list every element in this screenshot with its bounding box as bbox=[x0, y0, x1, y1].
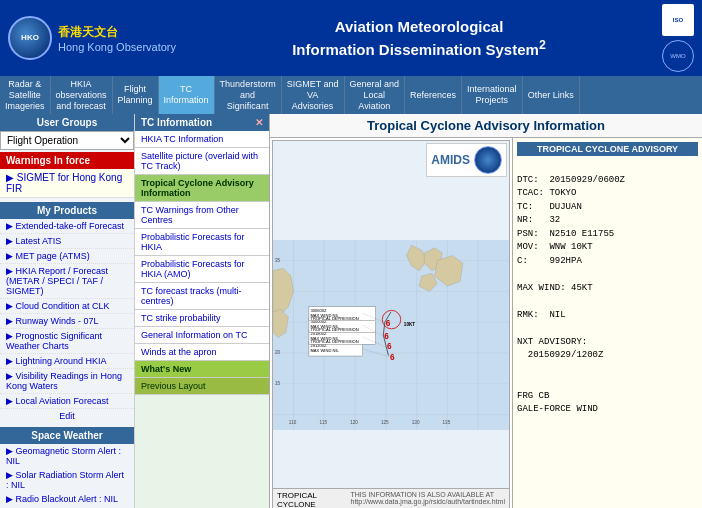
svg-text:300600Z: 300600Z bbox=[310, 308, 327, 313]
header-right: ISO WMO bbox=[662, 4, 694, 72]
header-logo: HKO 香港天文台 Hong Kong Observatory bbox=[8, 16, 176, 60]
sigmet-warning-link[interactable]: ▶ SIGMET for Hong Kong FIR bbox=[6, 172, 122, 194]
tc-strike-item[interactable]: TC strike probability bbox=[135, 310, 269, 327]
svg-text:6: 6 bbox=[386, 320, 391, 329]
svg-text:TROPICAL DEPRESSION: TROPICAL DEPRESSION bbox=[310, 316, 358, 321]
svg-text:35: 35 bbox=[275, 258, 281, 263]
svg-text:125: 125 bbox=[381, 420, 389, 425]
space-weather-header: Space Weather bbox=[0, 427, 134, 444]
nav-radar[interactable]: Radar &SatelliteImageries bbox=[0, 76, 51, 114]
svg-text:110: 110 bbox=[289, 420, 297, 425]
product-atis[interactable]: ▶ Latest ATIS bbox=[0, 234, 134, 249]
product-prognostic[interactable]: ▶ Prognostic Significant Weather Charts bbox=[0, 329, 134, 354]
space-weather-section: Space Weather ▶ Geomagnetic Storm Alert … bbox=[0, 427, 134, 506]
tc-winds-item[interactable]: Winds at the apron bbox=[135, 344, 269, 361]
hko-logo: HKO bbox=[8, 16, 52, 60]
svg-text:120: 120 bbox=[350, 420, 358, 425]
wmo-badge: WMO bbox=[662, 40, 694, 72]
user-groups-header: User Groups bbox=[0, 114, 134, 131]
nav-references[interactable]: References bbox=[405, 76, 462, 114]
my-products-section: My Products ▶ Extended-take-off Forecast… bbox=[0, 202, 134, 423]
nav-flight[interactable]: FlightPlanning bbox=[113, 76, 159, 114]
advisory-box-title: TROPICAL CYCLONE ADVISORY bbox=[517, 142, 698, 156]
nav-general[interactable]: General andLocalAviation bbox=[345, 76, 406, 114]
svg-text:10KT: 10KT bbox=[404, 323, 415, 328]
svg-text:130: 130 bbox=[412, 420, 420, 425]
hko-cn-name: 香港天文台 bbox=[58, 24, 176, 41]
tc-panel-header: TC Information ✕ bbox=[135, 114, 269, 131]
map-footer: TROPICAL CYCLONE ADVISORY CENTER TOKYO T… bbox=[273, 488, 509, 508]
product-cloud[interactable]: ▶ Cloud Condition at CLK bbox=[0, 299, 134, 314]
typhoon-map: 110 115 120 125 130 135 35 30 25 20 15 bbox=[273, 141, 509, 508]
nav-international[interactable]: InternationalProjects bbox=[462, 76, 523, 114]
amids-area: AMIDS bbox=[426, 143, 507, 177]
tc-prob-hkia-item[interactable]: Probabilistic Forecasts for HKIA bbox=[135, 229, 269, 256]
svg-text:6: 6 bbox=[390, 353, 395, 362]
nav-thunderstorm[interactable]: ThunderstormandSignificant bbox=[215, 76, 282, 114]
my-products-header: My Products bbox=[0, 202, 134, 219]
geomagnetic-item[interactable]: ▶ Geomagnetic Storm Alert : NIL bbox=[0, 444, 134, 468]
product-lightning[interactable]: ▶ Lightning Around HKIA bbox=[0, 354, 134, 369]
main-body: AMIDS bbox=[270, 138, 702, 508]
advisory-box: TROPICAL CYCLONE ADVISORY DTC: 20150929/… bbox=[512, 138, 702, 508]
svg-text:TROPICAL DEPRESSION: TROPICAL DEPRESSION bbox=[310, 339, 358, 344]
header-text: 香港天文台 Hong Kong Observatory bbox=[58, 24, 176, 53]
product-local[interactable]: ▶ Local Aviation Forecast bbox=[0, 394, 134, 409]
main-title-line1: Aviation Meteorological Information Diss… bbox=[186, 17, 652, 59]
sidebar: User Groups Flight Operation Warnings In… bbox=[0, 114, 135, 508]
map-footer-left: TROPICAL CYCLONE ADVISORY CENTER TOKYO bbox=[277, 491, 351, 508]
svg-rect-0 bbox=[273, 240, 509, 430]
nav-tc[interactable]: TCInformation bbox=[159, 76, 215, 114]
nav-hkia[interactable]: HKIAobservationsand forecast bbox=[51, 76, 113, 114]
radio-blackout-item[interactable]: ▶ Radio Blackout Alert : NIL bbox=[0, 492, 134, 506]
svg-text:15: 15 bbox=[275, 381, 281, 386]
main-content: Tropical Cyclone Advisory Information AM… bbox=[270, 114, 702, 508]
product-takoff[interactable]: ▶ Extended-take-off Forecast bbox=[0, 219, 134, 234]
svg-text:135: 135 bbox=[443, 420, 451, 425]
tc-satellite-item[interactable]: Satellite picture (overlaid with TC Trac… bbox=[135, 148, 269, 175]
tc-prev-layout[interactable]: Previous Layout bbox=[135, 378, 269, 395]
svg-text:20: 20 bbox=[275, 350, 281, 355]
tc-warnings-item[interactable]: TC Warnings from Other Centres bbox=[135, 202, 269, 229]
navbar: Radar &SatelliteImageries HKIAobservatio… bbox=[0, 76, 702, 114]
tc-whats-new[interactable]: What's New bbox=[135, 361, 269, 378]
tc-hkia-item[interactable]: HKIA TC Information bbox=[135, 131, 269, 148]
amids-logo: AMIDS bbox=[431, 153, 470, 167]
svg-text:6: 6 bbox=[384, 332, 389, 341]
user-groups-select[interactable]: Flight Operation bbox=[0, 131, 134, 150]
warnings-header: Warnings In force bbox=[0, 152, 134, 169]
product-hkia-report[interactable]: ▶ HKIA Report / Forecast (METAR / SPECI … bbox=[0, 264, 134, 299]
nav-other[interactable]: Other Links bbox=[523, 76, 580, 114]
tc-general-item[interactable]: General Information on TC bbox=[135, 327, 269, 344]
product-visibility[interactable]: ▶ Visibility Readings in Hong Kong Water… bbox=[0, 369, 134, 394]
advisory-content: DTC: 20150929/0600Z TCAC: TOKYO TC: DUJU… bbox=[517, 160, 698, 430]
tc-info-panel: TC Information ✕ HKIA TC Information Sat… bbox=[135, 114, 270, 508]
sigmet-warning-item[interactable]: ▶ SIGMET for Hong Kong FIR bbox=[0, 169, 134, 198]
solar-item[interactable]: ▶ Solar Radiation Storm Alert : NIL bbox=[0, 468, 134, 492]
edit-link[interactable]: Edit bbox=[0, 409, 134, 423]
svg-text:MAX WIND NIL: MAX WIND NIL bbox=[310, 348, 339, 353]
hko-small-logo bbox=[474, 146, 502, 174]
map-footer-right: THIS INFORMATION IS ALSO AVAILABLE AT ht… bbox=[351, 491, 505, 508]
header: HKO 香港天文台 Hong Kong Observatory Aviation… bbox=[0, 0, 702, 76]
map-container: AMIDS bbox=[272, 140, 510, 508]
user-groups-section: User Groups Flight Operation bbox=[0, 114, 134, 150]
product-runway[interactable]: ▶ Runway Winds - 07L bbox=[0, 314, 134, 329]
tc-prob-hkia-amo-item[interactable]: Probabilistic Forecasts for HKIA (AMO) bbox=[135, 256, 269, 283]
main-content-title: Tropical Cyclone Advisory Information bbox=[270, 114, 702, 138]
hko-en-name: Hong Kong Observatory bbox=[58, 41, 176, 53]
svg-text:115: 115 bbox=[319, 420, 327, 425]
iso-badge: ISO bbox=[662, 4, 694, 36]
tc-forecast-tracks-item[interactable]: TC forecast tracks (multi-centres) bbox=[135, 283, 269, 310]
header-title: Aviation Meteorological Information Diss… bbox=[176, 17, 662, 59]
product-met[interactable]: ▶ MET page (ATMS) bbox=[0, 249, 134, 264]
nav-sigmet[interactable]: SIGMET andVAAdvisories bbox=[282, 76, 345, 114]
warnings-section: Warnings In force ▶ SIGMET for Hong Kong… bbox=[0, 152, 134, 198]
svg-text:TROPICAL DEPRESSION: TROPICAL DEPRESSION bbox=[310, 328, 358, 333]
svg-text:6: 6 bbox=[387, 343, 392, 352]
tc-panel-close[interactable]: ✕ bbox=[255, 117, 263, 128]
content: User Groups Flight Operation Warnings In… bbox=[0, 114, 702, 508]
tc-advisory-item[interactable]: Tropical Cyclone Advisory Information bbox=[135, 175, 269, 202]
